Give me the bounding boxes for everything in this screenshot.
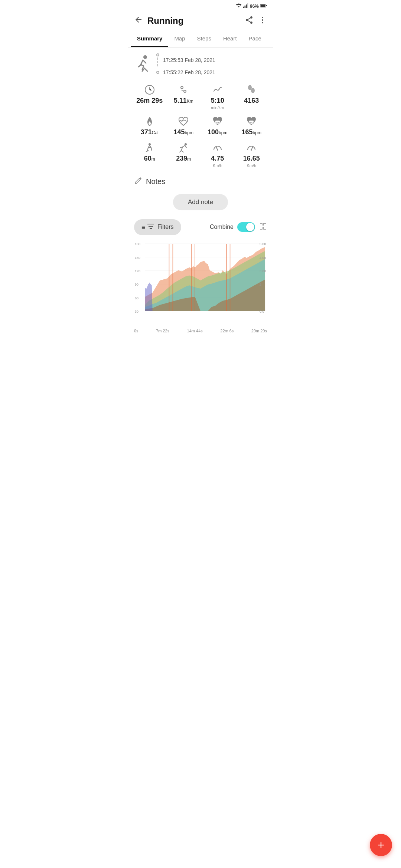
svg-text:150: 150	[135, 255, 140, 260]
svg-text:60: 60	[135, 296, 138, 300]
walk-icon	[144, 142, 155, 153]
svg-text:180: 180	[135, 242, 140, 246]
svg-point-12	[262, 17, 263, 18]
stat-run: 239m	[168, 142, 199, 168]
svg-point-20	[251, 88, 255, 93]
chart-container: 180 150 120 90 60 30 5.00 4.00 3.00 2 0.…	[134, 240, 267, 321]
calories-value: 371Cal	[141, 128, 159, 137]
heart-avg-icon	[178, 116, 189, 127]
combine-row: Combine	[210, 222, 267, 232]
x-label-0: 0s	[134, 329, 138, 333]
stat-steps: 4163	[236, 84, 267, 110]
notes-label: Notes	[146, 177, 165, 186]
x-label-1: 7m 22s	[156, 329, 169, 333]
stat-speed-max: 16.65 Km/h	[236, 142, 267, 168]
stat-pace: 5:10 min/km	[202, 84, 233, 110]
route-times: 17:25:53 Feb 28, 2021 17:55:22 Feb 28, 2…	[156, 53, 215, 75]
back-button[interactable]	[134, 15, 143, 26]
tab-pace[interactable]: Pace	[243, 31, 267, 47]
svg-text:2: 2	[260, 282, 261, 287]
fire-icon	[145, 116, 154, 127]
x-label-3: 22m 6s	[220, 329, 234, 333]
stat-distance: 5.11Km	[168, 84, 199, 110]
tab-map[interactable]: Map	[168, 31, 191, 47]
stat-calories: 371Cal	[134, 116, 165, 137]
tab-summary[interactable]: Summary	[131, 31, 168, 47]
svg-point-7	[250, 16, 252, 19]
svg-line-10	[248, 20, 251, 22]
svg-point-8	[246, 19, 248, 21]
stat-heart-avg: 145bpm	[168, 116, 199, 137]
svg-rect-5	[266, 5, 267, 6]
notes-section: Notes	[134, 177, 267, 187]
start-time-row: 17:25:53 Feb 28, 2021	[156, 53, 215, 66]
stat-heart-max: MAX 165bpm	[236, 116, 267, 137]
svg-point-29	[251, 149, 252, 151]
svg-point-28	[217, 149, 218, 151]
svg-text:120: 120	[135, 269, 140, 273]
svg-rect-0	[243, 7, 244, 8]
top-actions	[245, 16, 267, 26]
wifi-icon	[236, 3, 242, 9]
combine-toggle[interactable]	[237, 222, 255, 232]
tab-heart[interactable]: Heart	[217, 31, 243, 47]
end-time-row: 17:55:22 Feb 28, 2021	[156, 69, 215, 75]
svg-rect-6	[261, 4, 265, 7]
speed-max-unit: Km/h	[247, 163, 256, 168]
speed-avg-unit: Km/h	[213, 163, 222, 168]
share-button[interactable]	[245, 16, 254, 26]
x-label-2: 14m 44s	[187, 329, 203, 333]
speed-max-icon	[246, 142, 257, 153]
svg-text:0.0: 0.0	[260, 309, 264, 313]
status-bar: 96%	[128, 0, 273, 12]
filter-icon	[141, 223, 154, 231]
svg-point-9	[250, 22, 252, 24]
stat-speed-avg: 4.75 Km/h	[202, 142, 233, 168]
heart-min-value: 100bpm	[208, 128, 227, 137]
svg-line-11	[248, 18, 251, 19]
tab-steps[interactable]: Steps	[191, 31, 217, 47]
end-time: 17:55:22 Feb 28, 2021	[163, 69, 215, 75]
speed-avg-icon	[212, 142, 223, 153]
svg-text:90: 90	[135, 282, 138, 287]
run-icon	[178, 142, 189, 153]
heart-max-value: 165bpm	[242, 128, 261, 137]
svg-text:3.00: 3.00	[260, 269, 266, 273]
stats-grid: 26m 29s 5.11Km 5:10 min/km	[134, 84, 267, 168]
page-title: Running	[147, 16, 245, 26]
svg-point-13	[262, 19, 263, 21]
filters-button[interactable]: Filters	[134, 219, 181, 235]
expand-icon[interactable]	[259, 222, 267, 232]
pencil-icon	[134, 177, 142, 187]
svg-text:30: 30	[135, 309, 138, 313]
stat-duration: 26m 29s	[134, 84, 165, 110]
svg-rect-1	[244, 6, 245, 8]
route-info: 17:25:53 Feb 28, 2021 17:55:22 Feb 28, 2…	[134, 53, 267, 77]
svg-point-17	[181, 86, 183, 89]
stat-heart-min: MIN 100bpm	[202, 116, 233, 137]
svg-point-15	[143, 55, 147, 59]
svg-text:4.00: 4.00	[260, 255, 266, 260]
svg-text:5.00: 5.00	[260, 242, 266, 246]
svg-text:MIN: MIN	[215, 122, 219, 124]
start-dot	[156, 53, 159, 56]
pace-unit: min/km	[211, 105, 224, 110]
speed-avg-value: 4.75	[211, 155, 224, 163]
duration-value: 26m 29s	[136, 97, 163, 105]
more-button[interactable]	[258, 16, 267, 26]
x-label-4: 29m 29s	[251, 329, 267, 333]
distance-value: 5.11Km	[174, 97, 193, 105]
signal-icon	[243, 3, 248, 9]
chart-x-labels: 0s 7m 22s 14m 44s 22m 6s 29m 29s	[134, 327, 267, 333]
svg-point-18	[184, 90, 186, 92]
run-value: 239m	[176, 155, 191, 163]
heart-max-icon: MAX	[246, 116, 257, 127]
distance-icon	[178, 84, 189, 95]
add-note-button[interactable]: Add note	[173, 194, 228, 210]
filters-label: Filters	[157, 224, 174, 230]
top-bar: Running	[128, 12, 273, 31]
steps-value: 4163	[244, 97, 259, 105]
battery-icon	[260, 3, 267, 9]
combine-label: Combine	[210, 224, 234, 230]
svg-rect-3	[247, 3, 248, 8]
